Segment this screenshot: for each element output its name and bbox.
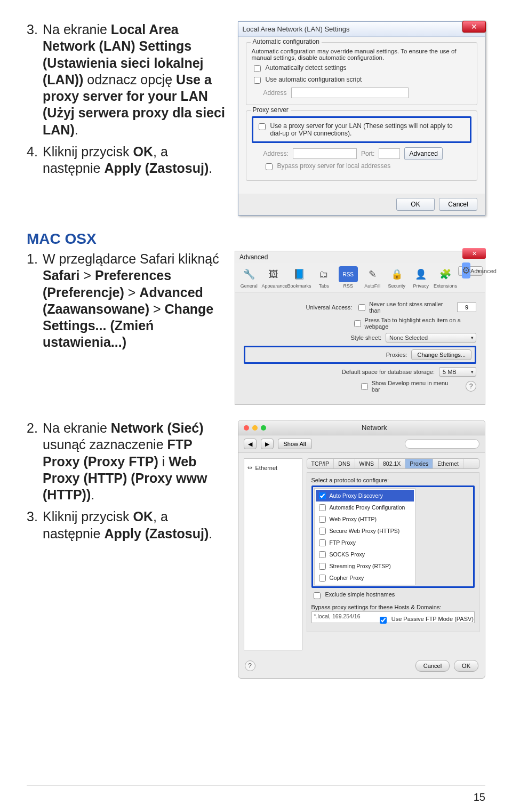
toolbar: 🔧General 🖼Appearance 📘Bookmarks 🗂Tabs RS… xyxy=(235,263,485,292)
font-size-input[interactable] xyxy=(457,302,476,312)
tab-security[interactable]: 🔒Security xyxy=(385,266,408,289)
service-list[interactable]: ⇔Ethernet xyxy=(244,458,302,650)
proto-auto-discovery[interactable]: Auto Proxy Discovery xyxy=(316,490,414,501)
tab-8021x[interactable]: 802.1X xyxy=(379,459,405,468)
press-tab-checkbox[interactable]: Press Tab to highlight each item on a we… xyxy=(352,317,476,330)
service-ethernet[interactable]: ⇔Ethernet xyxy=(246,462,300,473)
traffic-min-icon[interactable] xyxy=(252,425,258,431)
cancel-button[interactable]: Cancel xyxy=(439,198,477,211)
step-4: 4. Kliknij przycisk OK, a następnie Appl… xyxy=(27,144,227,177)
traffic-zoom-icon[interactable] xyxy=(261,425,266,431)
mac-step-1: 1. W przeglądarce Safari kliknąć Safari … xyxy=(27,251,224,351)
address-label: Address xyxy=(263,89,287,97)
tab-appearance[interactable]: 🖼Appearance xyxy=(261,266,286,289)
tab-bookmarks[interactable]: 📘Bookmarks xyxy=(287,266,311,289)
proto-gopher[interactable]: Gopher Proxy xyxy=(316,572,414,584)
protocol-list[interactable]: Auto Proxy Discovery Automatic Proxy Con… xyxy=(314,488,415,585)
change-settings-button[interactable]: Change Settings... xyxy=(411,349,471,360)
network-prefs: Network ◀ ▶ Show All ⇔Ethernet TCP/IP DN… xyxy=(238,420,485,679)
proxies-label: Proxies: xyxy=(295,352,407,358)
develop-menu-checkbox[interactable]: Show Develop menu in menu bar xyxy=(359,380,458,393)
pasv-checkbox[interactable]: Use Passive FTP Mode (PASV) xyxy=(378,616,474,625)
stylesheet-label: Style sheet: xyxy=(269,335,381,341)
window-title: Network xyxy=(269,424,479,432)
tab-general[interactable]: 🔧General xyxy=(237,266,260,289)
ok-button[interactable]: OK xyxy=(396,198,435,211)
db-label: Default space for database storage: xyxy=(323,369,435,375)
close-icon[interactable]: ✕ xyxy=(462,21,486,33)
ok-button[interactable]: OK xyxy=(454,660,478,672)
network-tabs: TCP/IP DNS WINS 802.1X Proxies Ethernet xyxy=(307,458,479,469)
show-all-button[interactable]: Show All xyxy=(278,439,312,449)
proxy-address-label: Address: xyxy=(263,150,289,157)
auto-desc: Automatic configuration may override man… xyxy=(252,48,471,61)
select-protocol-label: Select a protocol to configure: xyxy=(311,477,475,483)
safari-advanced-prefs: Advanced ✕ 🔧General 🖼Appearance 📘Bookmar… xyxy=(235,251,485,405)
proto-rtsp[interactable]: Streaming Proxy (RTSP) xyxy=(316,560,414,572)
tab-wins[interactable]: WINS xyxy=(355,459,379,468)
tab-autofill[interactable]: ✎AutoFill xyxy=(361,266,383,289)
help-icon[interactable]: ? xyxy=(466,381,476,392)
cancel-button[interactable]: Cancel xyxy=(415,660,450,672)
mac-step-3: 3. Kliknij przycisk OK, a następnie Appl… xyxy=(27,508,227,542)
bypass-checkbox[interactable]: Bypass proxy server for local addresses xyxy=(263,162,471,172)
tab-dns[interactable]: DNS xyxy=(334,459,355,468)
proto-https[interactable]: Secure Web Proxy (HTTPS) xyxy=(316,525,414,537)
group-label: Automatic configuration xyxy=(251,38,322,45)
tab-rss[interactable]: RSSRSS xyxy=(337,266,359,289)
tab-tabs[interactable]: 🗂Tabs xyxy=(313,266,335,289)
use-script-checkbox[interactable]: Use automatic configuration script xyxy=(252,76,471,85)
use-proxy-checkbox[interactable]: Use a proxy server for your LAN (These s… xyxy=(257,122,467,137)
proto-socks[interactable]: SOCKS Proxy xyxy=(316,548,414,560)
tab-extensions[interactable]: 🧩Extensions xyxy=(434,266,457,289)
help-icon[interactable]: ? xyxy=(245,660,255,671)
mac-osx-heading: MAC OSX xyxy=(27,230,485,248)
tab-proxies[interactable]: Proxies xyxy=(405,459,433,468)
proxy-address-input[interactable] xyxy=(293,148,357,159)
proto-auto-config[interactable]: Automatic Proxy Configuration xyxy=(316,501,414,513)
lan-settings-dialog: Local Area Network (LAN) Settings ✕ Auto… xyxy=(238,21,485,216)
script-address-input[interactable] xyxy=(291,87,409,98)
search-input[interactable] xyxy=(405,439,479,449)
tab-tcpip[interactable]: TCP/IP xyxy=(307,459,334,468)
stylesheet-select[interactable]: None Selected xyxy=(386,333,476,343)
close-icon[interactable]: ✕ xyxy=(462,248,486,259)
prefs-title: Advanced xyxy=(235,251,485,263)
tab-privacy[interactable]: 👤Privacy xyxy=(409,266,432,289)
tab-advanced[interactable]: ⚙Advanced xyxy=(458,266,483,276)
dialog-title: Local Area Network (LAN) Settings xyxy=(243,25,350,33)
mac-step-2: 2. Na ekranie Network (Sieć) usunąć zazn… xyxy=(27,420,227,503)
proxy-port-label: Port: xyxy=(361,150,374,157)
proto-ftp[interactable]: FTP Proxy xyxy=(316,537,414,548)
auto-detect-checkbox[interactable]: Automatically detect settings xyxy=(252,64,471,74)
group-label: Proxy server xyxy=(251,106,291,114)
traffic-close-icon[interactable] xyxy=(244,425,249,431)
font-size-checkbox[interactable]: Never use font sizes smaller than xyxy=(356,301,453,314)
step-3: 3. Na ekranie Local Area Network (LAN) S… xyxy=(27,21,227,138)
bypass-label: Bypass proxy settings for these Hosts & … xyxy=(311,604,475,610)
proto-web-http[interactable]: Web Proxy (HTTP) xyxy=(316,513,414,525)
proxy-highlight: Use a proxy server for your LAN (These s… xyxy=(252,116,471,143)
advanced-button[interactable]: Advanced xyxy=(404,147,443,160)
exclude-hostnames-checkbox[interactable]: Exclude simple hostnames xyxy=(311,591,475,601)
tab-ethernet[interactable]: Ethernet xyxy=(433,459,463,468)
page-number: 15 xyxy=(474,791,485,803)
ua-label: Universal Access: xyxy=(244,304,352,311)
db-select[interactable]: 5 MB xyxy=(439,367,476,377)
proxy-port-input[interactable] xyxy=(379,148,400,159)
